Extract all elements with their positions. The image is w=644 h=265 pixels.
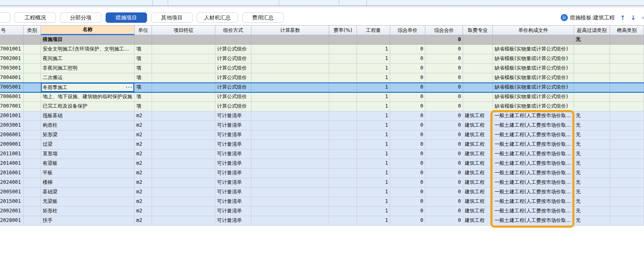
cell-rate[interactable] (329, 159, 357, 169)
cell-category[interactable] (24, 102, 41, 111)
cell-code[interactable]: 7003001 (0, 64, 24, 73)
cell-basis[interactable] (251, 130, 329, 140)
cell-feature[interactable] (152, 178, 215, 188)
cell-quantity[interactable]: 1 (357, 188, 390, 197)
cell-basis[interactable] (251, 149, 329, 159)
cell-profession[interactable]: 建筑工程 (463, 140, 493, 149)
group-cell-basis[interactable] (251, 35, 329, 45)
column-header-price_file[interactable]: 单价构成文件 (493, 25, 574, 35)
cell-profession[interactable]: 建筑工程 (463, 121, 493, 130)
cell-total_price[interactable]: 0 (425, 64, 463, 73)
cell-category[interactable] (24, 121, 41, 130)
cell-code[interactable]: 2015001 (0, 197, 24, 207)
cell-basis[interactable] (251, 207, 329, 216)
cell-unit[interactable]: m2 (135, 188, 152, 197)
cell-feature[interactable] (152, 121, 215, 130)
cell-feature[interactable] (152, 149, 215, 159)
tab-6[interactable]: 费用汇总 (242, 12, 284, 23)
cell-filter[interactable] (574, 73, 610, 83)
cell-profession[interactable]: 建筑工程 (463, 159, 493, 169)
cell-quantity[interactable]: 1 (357, 92, 390, 102)
cell-total_price[interactable]: 0 (425, 92, 463, 102)
cell-name[interactable]: 夜间施工 (41, 54, 135, 64)
cell-filter[interactable] (574, 92, 610, 102)
cell-quantity[interactable]: 1 (357, 207, 390, 216)
cell-basis[interactable] (251, 140, 329, 149)
cell-eave[interactable] (610, 188, 644, 197)
cell-quantity[interactable]: 1 (357, 169, 390, 178)
group-cell-total_price[interactable]: 0 (425, 35, 463, 45)
cell-feature[interactable] (152, 54, 215, 64)
cell-unit_price[interactable]: 0 (390, 169, 425, 178)
cell-quantity[interactable]: 1 (357, 149, 390, 159)
cell-code[interactable]: 2001001 (0, 111, 24, 121)
cell-filter[interactable] (574, 83, 610, 92)
cell-unit[interactable]: m2 (135, 159, 152, 169)
cell-name[interactable]: 二次搬运 (41, 73, 135, 83)
cell-filter[interactable]: 无 (574, 178, 610, 188)
cell-category[interactable] (24, 45, 41, 54)
cell-profession[interactable]: 建筑工程 (463, 149, 493, 159)
cell-method[interactable]: 可计量清单 (215, 216, 251, 226)
cell-code[interactable]: 7002001 (0, 54, 24, 64)
cell-unit[interactable]: m2 (135, 111, 152, 121)
column-header-unit[interactable]: 单位 (135, 25, 152, 35)
cell-eave[interactable] (610, 83, 644, 92)
cell-filter[interactable]: 无 (574, 111, 610, 121)
cell-code[interactable]: 2009001 (0, 140, 24, 149)
cell-category[interactable] (24, 140, 41, 149)
cell-rate[interactable] (329, 169, 357, 178)
cell-unit_price[interactable]: 0 (390, 207, 425, 216)
cell-filter[interactable] (574, 45, 610, 54)
cell-name[interactable]: 楼梯 (41, 178, 135, 188)
cell-rate[interactable] (329, 216, 357, 226)
cell-price_file[interactable]: 一般土建工程(人工费按市场价取… (493, 216, 574, 226)
cell-quantity[interactable]: 1 (357, 102, 390, 111)
cell-total_price[interactable]: 0 (425, 207, 463, 216)
cell-basis[interactable] (251, 197, 329, 207)
cell-unit_price[interactable]: 0 (390, 216, 425, 226)
cell-unit[interactable]: 项 (135, 45, 152, 54)
cell-price_file[interactable]: 一般土建工程(人工费按市场价取… (493, 140, 574, 149)
cell-eave[interactable] (610, 169, 644, 178)
cell-rate[interactable] (329, 54, 357, 64)
cell-eave[interactable] (610, 159, 644, 169)
cell-method[interactable]: 可计量清单 (215, 197, 251, 207)
cell-price_file[interactable]: 一般土建工程(人工费按市场价取… (493, 207, 574, 216)
column-header-quantity[interactable]: 工程量 (357, 25, 390, 35)
cell-method[interactable]: 计算公式组价 (215, 73, 251, 83)
group-cell-unit_price[interactable] (390, 35, 425, 45)
cell-basis[interactable] (251, 178, 329, 188)
cell-unit[interactable]: m2 (135, 207, 152, 216)
cell-method[interactable]: 计算公式组价 (215, 83, 251, 92)
cell-feature[interactable] (152, 73, 215, 83)
cell-rate[interactable] (329, 207, 357, 216)
cell-unit_price[interactable]: 0 (390, 73, 425, 83)
cell-profession[interactable]: 建筑工程 (463, 130, 493, 140)
column-header-profession[interactable]: 取费专业 (463, 25, 493, 35)
back-arrow-icon[interactable]: ← (642, 14, 644, 22)
cell-unit_price[interactable]: 0 (390, 159, 425, 169)
cell-profession[interactable] (463, 83, 493, 92)
group-cell-category[interactable] (24, 35, 41, 45)
cell-eave[interactable] (610, 111, 644, 121)
cell-name[interactable]: 构造柱 (41, 121, 135, 130)
cell-name[interactable]: 已完工程及设备保护 (41, 102, 135, 111)
cell-code[interactable]: 7007001 (0, 102, 24, 111)
cell-price_file[interactable]: 缺省模板(实物量或计算公式组价) (493, 64, 574, 73)
cell-method[interactable]: 计算公式组价 (215, 92, 251, 102)
cell-profession[interactable] (463, 102, 493, 111)
cell-category[interactable] (24, 216, 41, 226)
cell-profession[interactable] (463, 73, 493, 83)
cell-basis[interactable] (251, 159, 329, 169)
column-header-unit_price[interactable]: 综合单价 (390, 25, 425, 35)
group-cell-price_file[interactable] (493, 35, 574, 45)
cell-total_price[interactable]: 0 (425, 188, 463, 197)
cell-name[interactable]: 直形墙 (41, 149, 135, 159)
cell-quantity[interactable]: 1 (357, 178, 390, 188)
cell-feature[interactable] (152, 111, 215, 121)
cell-method[interactable]: 可计量清单 (215, 130, 251, 140)
cell-filter[interactable] (574, 102, 610, 111)
group-cell-quantity[interactable] (357, 35, 390, 45)
cell-quantity[interactable]: 1 (357, 54, 390, 64)
